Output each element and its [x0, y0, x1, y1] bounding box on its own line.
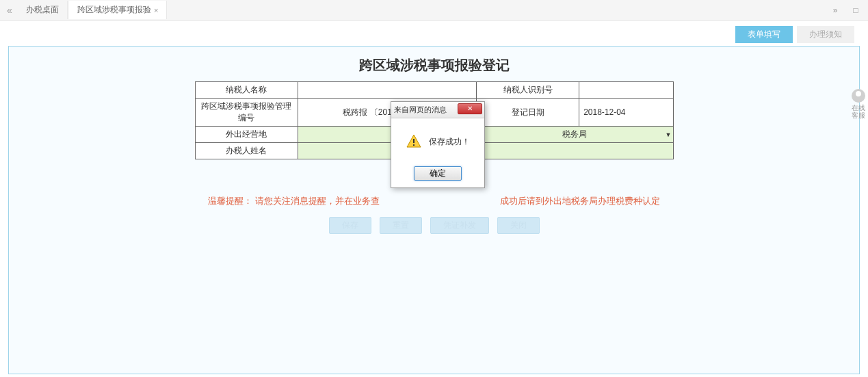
- top-bar: « 办税桌面 跨区域涉税事项报验 × » □: [0, 0, 868, 21]
- tab-label: 办税桌面: [26, 4, 59, 16]
- label-out-place: 外出经营地: [195, 127, 298, 143]
- side-text1: 在线: [849, 104, 868, 112]
- table-row: 纳税人名称 纳税人识别号: [195, 82, 673, 99]
- value-handler-ext[interactable]: [477, 143, 673, 159]
- chevron-down-icon: ▼: [666, 131, 672, 138]
- label-taxpayer-id: 纳税人识别号: [477, 82, 579, 99]
- action-buttons: 保存 重置 凭证补发 关闭: [9, 217, 859, 234]
- tab-label: 跨区域涉税事项报验: [77, 4, 151, 16]
- label-mgmt-no: 跨区域涉税事项报验管理编号: [195, 99, 298, 127]
- save-button[interactable]: 保存: [329, 217, 371, 234]
- value-taxpayer-name: [298, 82, 477, 99]
- page-title: 跨区域涉税事项报验登记: [195, 52, 674, 81]
- label-handler: 办税人姓名: [195, 143, 298, 159]
- dialog-close-button[interactable]: ✕: [458, 103, 482, 114]
- main-panel: 跨区域涉税事项报验登记 纳税人名称 纳税人识别号 跨区域涉税事项报验管理编号 税…: [8, 46, 860, 374]
- sub-tabs: 表单填写 办理须知: [8, 26, 860, 43]
- tab-cross-region[interactable]: 跨区域涉税事项报验 ×: [69, 1, 167, 19]
- cert-reissue-button[interactable]: 凭证补发: [430, 217, 489, 234]
- dialog-footer: 确定: [391, 162, 484, 187]
- close-button[interactable]: 关闭: [497, 217, 540, 234]
- side-text2: 客服: [849, 112, 868, 119]
- dialog-body: 保存成功！: [391, 118, 484, 162]
- nav-back-icon[interactable]: «: [3, 3, 16, 17]
- close-icon[interactable]: ×: [154, 6, 158, 14]
- warning-icon: [406, 133, 422, 150]
- online-service-widget[interactable]: 在线 客服: [849, 89, 868, 119]
- nav-forward-icon[interactable]: »: [826, 3, 845, 17]
- label-taxpayer-name: 纳税人名称: [195, 82, 298, 99]
- dialog-message: 保存成功！: [429, 136, 470, 148]
- svg-rect-0: [413, 139, 415, 143]
- ok-button[interactable]: 确定: [414, 166, 462, 181]
- dialog-title: 来自网页的消息: [394, 105, 447, 115]
- content-area: 表单填写 办理须知 跨区域涉税事项报验登记 纳税人名称 纳税人识别号 跨区域涉税…: [0, 21, 868, 377]
- value-taxpayer-id: [579, 82, 673, 99]
- value-reg-date: 2018-12-04: [579, 99, 673, 127]
- dialog-titlebar[interactable]: 来自网页的消息 ✕: [391, 102, 484, 118]
- tax-bureau-dropdown[interactable]: 税务局 ▼: [477, 127, 673, 143]
- maximize-icon[interactable]: □: [846, 3, 865, 17]
- tab-desktop[interactable]: 办税桌面: [18, 1, 68, 19]
- label-reg-date: 登记日期: [477, 99, 579, 127]
- reset-button[interactable]: 重置: [380, 217, 422, 234]
- subtab-form-fill[interactable]: 表单填写: [735, 26, 793, 43]
- alert-dialog: 来自网页的消息 ✕ 保存成功！ 确定: [391, 101, 485, 188]
- subtab-notice[interactable]: 办理须知: [797, 26, 854, 43]
- reminder-text: 温馨提醒： 请您关注消息提醒，并在业务查 询中查看业务办理状态。报验 成功后请到…: [9, 195, 859, 207]
- svg-rect-1: [413, 144, 415, 146]
- dropdown-value: 税务局: [562, 129, 587, 139]
- avatar-icon: [852, 89, 865, 103]
